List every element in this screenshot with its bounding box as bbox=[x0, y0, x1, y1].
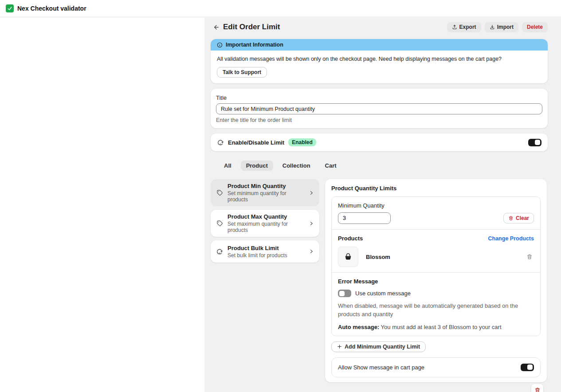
enabled-status-badge: Enabled bbox=[288, 138, 316, 146]
export-icon bbox=[452, 24, 457, 30]
trash-icon bbox=[508, 216, 514, 221]
plus-icon bbox=[337, 344, 342, 349]
rule-item-product-max-quantity[interactable]: Product Max Quantity Set maximum quantit… bbox=[211, 210, 319, 237]
enable-limit-label: Enable/Disable Limit bbox=[228, 139, 284, 146]
back-button[interactable] bbox=[211, 22, 220, 32]
auto-message-line: Auto message: You must add at least 3 of… bbox=[338, 324, 534, 330]
rule-title: Product Min Quantity bbox=[228, 183, 304, 189]
talk-to-support-button[interactable]: Talk to Support bbox=[217, 67, 267, 78]
tab-all[interactable]: All bbox=[219, 161, 237, 171]
chevron-right-icon bbox=[309, 221, 314, 226]
product-row: Blossom bbox=[338, 247, 534, 267]
import-icon bbox=[490, 24, 495, 30]
use-custom-message-toggle[interactable] bbox=[338, 290, 351, 297]
floating-delete-button[interactable] bbox=[531, 384, 543, 392]
page-content: Edit Order Limit Export Import Delete bbox=[204, 18, 561, 392]
product-quantity-limits-panel: Product Quantity Limits Minimum Quantity bbox=[325, 179, 547, 382]
export-button[interactable]: Export bbox=[447, 22, 481, 32]
info-banner-body: All validation messages will be shown on… bbox=[211, 51, 548, 83]
tab-collection[interactable]: Collection bbox=[277, 161, 316, 171]
toggle-knob bbox=[339, 291, 345, 296]
cart-message-card: Allow Show message in cart page bbox=[331, 357, 541, 377]
rule-item-product-min-quantity[interactable]: Product Min Quantity Set minimum quantit… bbox=[211, 179, 319, 206]
arrow-left-icon bbox=[212, 24, 219, 31]
products-section: Products Change Products bbox=[332, 229, 540, 272]
rule-texts: Product Bulk Limit Set bulk limit for pr… bbox=[228, 245, 304, 259]
page-header: Edit Order Limit Export Import Delete bbox=[211, 20, 548, 34]
handbag-image bbox=[343, 251, 353, 262]
clear-button[interactable]: Clear bbox=[503, 213, 534, 223]
product-thumbnail bbox=[338, 247, 358, 267]
tab-cart[interactable]: Cart bbox=[320, 161, 342, 171]
rule-subtitle: Set bulk limit for products bbox=[228, 252, 304, 259]
app-logo-icon bbox=[6, 4, 14, 12]
app-name: Nex Checkout validator bbox=[17, 5, 86, 12]
auto-message-label: Auto message: bbox=[338, 324, 379, 330]
import-button[interactable]: Import bbox=[485, 22, 518, 32]
info-banner-text: All validation messages will be shown on… bbox=[217, 56, 541, 62]
rule-subtitle: Set minimum quantity for products bbox=[228, 190, 304, 203]
rule-item-product-bulk-limit[interactable]: Product Bulk Limit Set bulk limit for pr… bbox=[211, 240, 319, 263]
use-custom-message-label: Use custom message bbox=[355, 290, 411, 297]
enable-limit-card: Enable/Disable Limit Enabled bbox=[211, 133, 548, 151]
chevron-right-icon bbox=[309, 190, 314, 196]
header-actions: Export Import Delete bbox=[447, 22, 548, 32]
tag-icon bbox=[216, 189, 223, 196]
scope-tabs: All Product Collection Cart bbox=[219, 161, 548, 171]
info-banner-title: Important Information bbox=[226, 42, 283, 48]
rule-list: Product Min Quantity Set minimum quantit… bbox=[211, 179, 319, 263]
add-button-label: Add Minimum Quantity Limit bbox=[345, 344, 420, 350]
info-banner: Important Information All validation mes… bbox=[211, 39, 548, 83]
chevron-right-icon bbox=[309, 249, 314, 254]
info-icon bbox=[217, 42, 223, 48]
tab-product[interactable]: Product bbox=[241, 161, 273, 171]
rule-subtitle: Set maximum quantity for products bbox=[228, 221, 304, 233]
rule-title: Product Max Quantity bbox=[228, 213, 304, 220]
add-minimum-quantity-limit-button[interactable]: Add Minimum Quantity Limit bbox=[331, 341, 426, 352]
import-label: Import bbox=[497, 24, 514, 30]
product-name: Blossom bbox=[366, 254, 390, 260]
minimum-quantity-section: Minimum Quantity Clear bbox=[332, 197, 540, 229]
limit-settings-card: Minimum Quantity Clear bbox=[331, 196, 541, 336]
rule-texts: Product Max Quantity Set maximum quantit… bbox=[228, 213, 304, 233]
auto-message-text: You must add at least 3 of Blossom to yo… bbox=[379, 324, 501, 330]
delete-label: Delete bbox=[527, 24, 543, 30]
toggle-knob bbox=[535, 140, 540, 145]
limit-cycle-icon bbox=[217, 139, 224, 146]
page-title: Edit Order Limit bbox=[223, 23, 280, 31]
minimum-quantity-label: Minimum Quantity bbox=[338, 202, 534, 209]
topbar: Nex Checkout validator bbox=[0, 0, 561, 17]
products-heading: Products bbox=[338, 235, 363, 242]
remove-product-button[interactable] bbox=[525, 252, 534, 261]
cart-message-toggle[interactable] bbox=[521, 364, 534, 371]
delete-button[interactable]: Delete bbox=[522, 22, 548, 32]
error-message-heading: Error Message bbox=[338, 278, 534, 285]
main-row: Product Min Quantity Set minimum quantit… bbox=[211, 179, 548, 382]
error-message-section: Error Message Use custom message When di… bbox=[332, 272, 540, 336]
change-products-link[interactable]: Change Products bbox=[488, 235, 534, 242]
title-help-text: Enter the title for the order limit bbox=[216, 117, 542, 123]
error-message-help: When disabled, message will be automatic… bbox=[338, 302, 534, 319]
rule-title: Product Bulk Limit bbox=[228, 245, 304, 251]
cart-message-label: Allow Show message in cart page bbox=[338, 364, 424, 371]
toggle-knob bbox=[527, 365, 533, 370]
tag-icon bbox=[216, 220, 223, 227]
title-card: Title Enter the title for the order limi… bbox=[211, 89, 548, 128]
minimum-quantity-input[interactable] bbox=[338, 212, 391, 224]
export-label: Export bbox=[459, 24, 476, 30]
panel-title: Product Quantity Limits bbox=[331, 185, 541, 192]
clear-label: Clear bbox=[516, 215, 529, 221]
rule-texts: Product Min Quantity Set minimum quantit… bbox=[228, 183, 304, 203]
title-input[interactable] bbox=[216, 103, 542, 114]
trash-icon bbox=[526, 254, 533, 260]
enable-limit-toggle[interactable] bbox=[528, 139, 541, 146]
title-field-label: Title bbox=[216, 94, 542, 101]
limit-cycle-icon bbox=[216, 248, 223, 255]
trash-icon bbox=[534, 387, 541, 392]
info-banner-header: Important Information bbox=[211, 39, 548, 51]
